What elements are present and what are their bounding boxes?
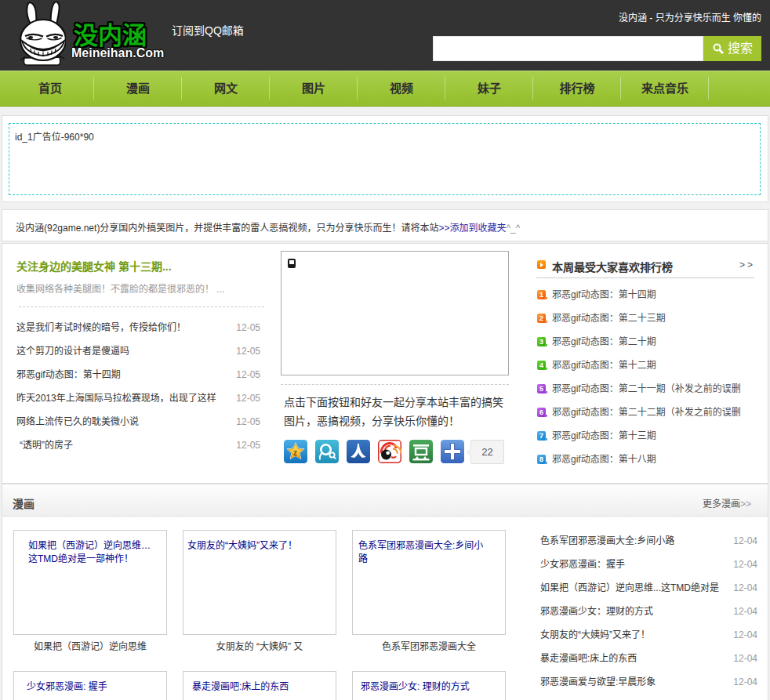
svg-text:z: z [293, 448, 297, 457]
